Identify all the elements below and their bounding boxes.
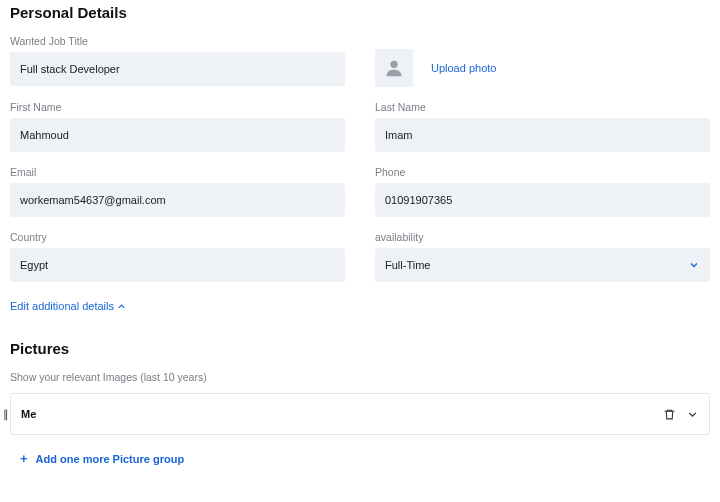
availability-label: availability [375,231,710,243]
upload-photo-link[interactable]: Upload photo [431,62,496,74]
drag-handle-icon[interactable]: ∥ [3,412,8,416]
pictures-help-text: Show your relevant Images (last 10 years… [10,371,710,383]
pictures-heading: Pictures [10,340,710,357]
svg-point-0 [390,61,397,68]
country-input[interactable] [10,248,345,282]
edit-additional-details-link[interactable]: Edit additional details [10,300,710,312]
last-name-input[interactable] [375,118,710,152]
picture-group-card[interactable]: ∥ Me [10,393,710,435]
last-name-label: Last Name [375,101,710,113]
wanted-job-title-input[interactable] [10,52,345,86]
phone-input[interactable] [375,183,710,217]
first-name-input[interactable] [10,118,345,152]
plus-icon: + [20,451,28,466]
availability-select[interactable] [375,248,710,282]
email-label: Email [10,166,345,178]
person-icon [383,57,405,79]
country-label: Country [10,231,345,243]
wanted-job-title-label: Wanted Job Title [10,35,345,47]
phone-label: Phone [375,166,710,178]
email-input[interactable] [10,183,345,217]
avatar-placeholder[interactable] [375,49,413,87]
delete-icon[interactable] [663,408,676,421]
first-name-label: First Name [10,101,345,113]
chevron-up-icon [116,301,127,312]
chevron-down-icon[interactable] [686,408,699,421]
picture-group-title: Me [21,408,36,420]
add-picture-group-button[interactable]: + Add one more Picture group [20,451,710,466]
personal-details-heading: Personal Details [10,4,710,21]
